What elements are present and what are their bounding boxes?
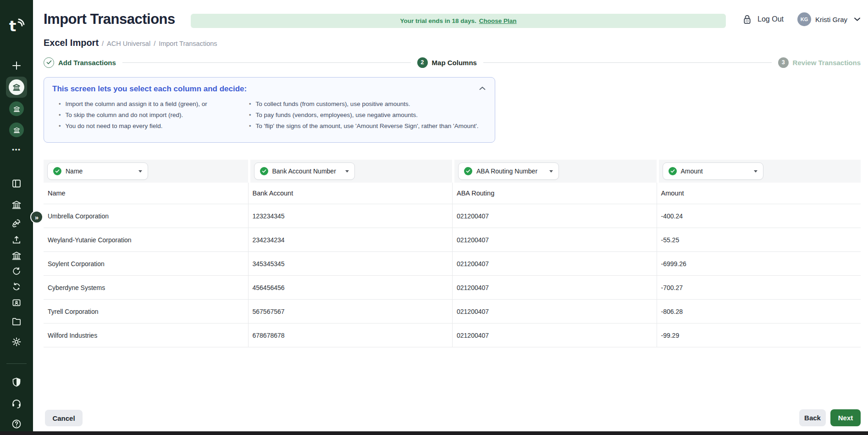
- table-cell: 021200407: [452, 323, 657, 347]
- add-icon[interactable]: [11, 60, 22, 71]
- check-icon: [669, 167, 677, 175]
- page-title: Import Transactions: [44, 11, 175, 28]
- table-cell: Umbrella Corporation: [44, 204, 248, 228]
- table-cell: -806.28: [657, 300, 861, 323]
- transactions-sync-icon[interactable]: [11, 282, 22, 292]
- security-shield-icon[interactable]: [11, 377, 22, 388]
- column-mapping-dropdown-name[interactable]: Name: [47, 162, 148, 180]
- table-cell: 021200407: [452, 276, 657, 300]
- table-cell: 456456456: [248, 276, 453, 300]
- institution-icon[interactable]: [11, 250, 22, 261]
- sidebar-expand-button[interactable]: »: [30, 211, 43, 223]
- bank-accounts-icon[interactable]: [11, 199, 22, 210]
- user-name: Kristi Gray: [815, 16, 847, 23]
- info-bullets-left: Import the column and assign it to a fie…: [59, 99, 249, 132]
- user-avatar[interactable]: KG: [797, 12, 811, 26]
- info-box: This screen lets you select each column …: [44, 77, 495, 143]
- lock-icon: [741, 13, 753, 26]
- step-3-badge: 3: [778, 57, 789, 68]
- step-map-columns: 2 Map Columns: [417, 57, 477, 68]
- bank-icon: [13, 105, 21, 113]
- table-cell: -700.27: [657, 276, 861, 300]
- more-icon[interactable]: •••: [12, 146, 21, 153]
- table-cell: 021200407: [452, 228, 657, 252]
- sidebar-item-company-active[interactable]: [6, 77, 27, 98]
- table-cell: Soylent Corporation: [44, 252, 248, 276]
- info-box-title: This screen lets you select each column …: [52, 84, 487, 94]
- logout-button[interactable]: Log Out: [757, 15, 784, 23]
- footer-right-buttons: Back Next: [799, 409, 861, 426]
- import-transactions-screen: t •••: [0, 0, 868, 435]
- bank-icon: [13, 126, 21, 134]
- table-cell: Weyland-Yutanie Corporation: [44, 228, 248, 252]
- table-cell: Cyberdyne Systems: [44, 276, 248, 300]
- app-logo-icon[interactable]: t: [7, 17, 26, 35]
- table-cell: 345345345: [248, 252, 453, 276]
- help-icon[interactable]: [11, 418, 22, 429]
- svg-text:t: t: [9, 17, 16, 35]
- choose-plan-link[interactable]: Choose Plan: [479, 17, 517, 24]
- column-header: ABA Routing: [452, 183, 657, 204]
- table-cell: -55.25: [657, 228, 861, 252]
- sidebar-divider: [6, 363, 27, 364]
- chevron-up-icon[interactable]: [477, 83, 487, 93]
- back-button[interactable]: Back: [799, 409, 826, 426]
- header-right: Log Out KG Kristi Gray: [741, 12, 861, 27]
- step-review-transactions: 3 Review Transactions: [778, 57, 861, 68]
- trial-banner: Your trial ends in 18 days. Choose Plan: [191, 14, 726, 28]
- caret-down-icon: [754, 170, 757, 173]
- breadcrumb-item-ach-universal[interactable]: ACH Universal: [107, 40, 150, 47]
- step-add-transactions: Add Transactions: [44, 57, 116, 68]
- column-header: Amount: [657, 183, 861, 204]
- table-cell: Tyrell Corporation: [44, 300, 248, 323]
- next-button[interactable]: Next: [830, 409, 861, 426]
- column-header: Name: [44, 183, 248, 204]
- tools-wrench-icon[interactable]: [11, 218, 22, 229]
- mapping-cell: Amount: [657, 160, 861, 183]
- main-content: Import Transactions Your trial ends in 1…: [33, 0, 868, 431]
- sidebar-item-company-3[interactable]: [9, 123, 24, 137]
- bottom-bar: [0, 431, 868, 435]
- mapping-cell: Bank Account Number: [248, 160, 453, 183]
- contacts-folder-icon[interactable]: [11, 297, 22, 308]
- support-headset-icon[interactable]: [11, 398, 22, 409]
- column-mapping-dropdown-amount[interactable]: Amount: [663, 162, 763, 180]
- table-cell: 021200407: [452, 300, 657, 323]
- mapping-cell: ABA Routing Number: [452, 160, 657, 183]
- chevron-down-icon[interactable]: [854, 17, 861, 22]
- dashboard-icon[interactable]: [11, 178, 22, 189]
- column-mapping-dropdown-bank-account-number[interactable]: Bank Account Number: [254, 162, 355, 180]
- table-cell: -400.24: [657, 204, 861, 228]
- breadcrumb-item-import-transactions: Import Transactions: [159, 40, 217, 47]
- sidebar: t •••: [0, 0, 33, 435]
- sync-icon[interactable]: [11, 266, 22, 276]
- check-icon: [260, 167, 268, 175]
- cancel-button[interactable]: Cancel: [45, 410, 83, 426]
- table-cell: Wilford Industries: [44, 323, 248, 347]
- table-cell: 123234345: [248, 204, 453, 228]
- breadcrumb: Excel Import / ACH Universal / Import Tr…: [44, 38, 217, 48]
- table-cell: 234234234: [248, 228, 453, 252]
- breadcrumb-primary: Excel Import: [44, 38, 99, 48]
- caret-down-icon: [345, 170, 349, 173]
- table-cell: -6999.26: [657, 252, 861, 276]
- info-bullets-right: To collect funds (from customers), use p…: [249, 99, 479, 132]
- bank-icon: [9, 79, 24, 95]
- folder-icon[interactable]: [11, 316, 22, 327]
- caret-down-icon: [138, 170, 142, 173]
- table-cell: 678678678: [248, 323, 453, 347]
- trial-banner-text: Your trial ends in 18 days.: [400, 17, 476, 24]
- check-icon: [53, 167, 61, 175]
- settings-gear-icon[interactable]: [11, 336, 22, 347]
- column-header: Bank Account: [248, 183, 453, 204]
- table-cell: -99.29: [657, 323, 861, 347]
- check-icon: [464, 167, 472, 175]
- column-mapping-dropdown-aba-routing-number[interactable]: ABA Routing Number: [458, 162, 559, 180]
- sidebar-item-company-2[interactable]: [9, 101, 24, 116]
- caret-down-icon: [549, 170, 553, 173]
- table-cell: 567567567: [248, 300, 453, 323]
- upload-icon[interactable]: [11, 234, 22, 245]
- stepper: Add Transactions 2 Map Columns 3 Review …: [44, 56, 861, 69]
- mapping-table: Name Bank Account Number ABA Routing Num…: [44, 160, 861, 347]
- mapping-cell: Name: [44, 160, 248, 183]
